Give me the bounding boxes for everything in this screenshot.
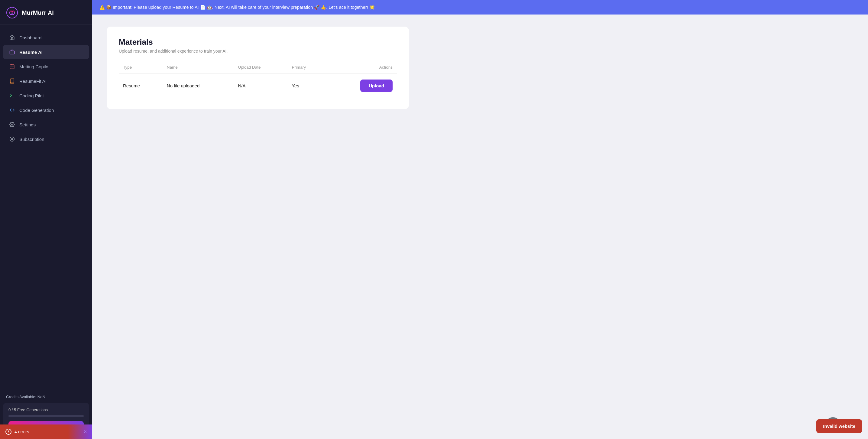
sidebar-nav: Dashboard Resume AI Metting Copilot <box>0 25 92 394</box>
code-icon <box>9 107 15 113</box>
gear-icon <box>9 121 15 127</box>
sidebar-item-label: Coding Pilot <box>19 93 44 98</box>
page-body: Materials Upload resume, and additional … <box>92 14 868 439</box>
terminal-icon <box>9 92 15 98</box>
row-type: Resume <box>119 74 163 98</box>
app-name: MurMurr AI <box>22 9 54 16</box>
table-header-row: Type Name Upload Date Primary Actions <box>119 62 397 74</box>
errors-toast: ! 4 errors × <box>0 425 92 439</box>
row-actions: Upload <box>327 74 397 98</box>
row-upload-date: N/A <box>234 74 287 98</box>
sidebar: MurMurr AI Dashboard Resume AI <box>0 0 92 439</box>
sidebar-item-label: ResumeFit AI <box>19 79 46 84</box>
invalid-website-label: Invalid website <box>823 423 855 429</box>
sidebar-logo: MurMurr AI <box>0 0 92 25</box>
materials-card: Materials Upload resume, and additional … <box>107 27 409 109</box>
col-type: Type <box>119 62 163 74</box>
row-primary: Yes <box>287 74 327 98</box>
col-actions: Actions <box>327 62 397 74</box>
sidebar-item-dashboard[interactable]: Dashboard <box>3 31 89 45</box>
sidebar-item-coding-pilot[interactable]: Coding Pilot <box>3 89 89 103</box>
sidebar-item-resume-ai[interactable]: Resume AI <box>3 45 89 59</box>
credits-available: Credits Available: NaN <box>0 394 92 403</box>
sidebar-item-label: Subscription <box>19 137 44 142</box>
table-row: Resume No file uploaded N/A Yes Upload <box>119 74 397 98</box>
row-name: No file uploaded <box>163 74 234 98</box>
top-banner: ⚠️ 📦 Important: Please upload your Resum… <box>92 0 868 14</box>
sidebar-item-resumefit-ai[interactable]: ResumeFit AI <box>3 74 89 88</box>
sidebar-item-label: Code Generation <box>19 108 54 113</box>
error-icon: ! <box>5 429 11 435</box>
sidebar-item-subscription[interactable]: Subscription <box>3 132 89 146</box>
col-primary: Primary <box>287 62 327 74</box>
upload-button[interactable]: Upload <box>360 80 393 92</box>
sidebar-item-meeting-copilot[interactable]: Metting Copilot <box>3 60 89 74</box>
col-upload-date: Upload Date <box>234 62 287 74</box>
sidebar-item-code-generation[interactable]: Code Generation <box>3 103 89 117</box>
home-icon <box>9 34 15 40</box>
free-generations-label: 0 / 5 Free Generations <box>8 408 84 412</box>
col-name: Name <box>163 62 234 74</box>
svg-point-7 <box>11 124 13 125</box>
errors-count-label: 4 errors <box>14 429 29 434</box>
sidebar-item-label: Settings <box>19 122 36 127</box>
svg-rect-2 <box>10 65 14 69</box>
calendar-icon <box>9 63 15 69</box>
page-subtitle: Upload resume, and additional experience… <box>119 49 397 54</box>
invalid-website-toast: Invalid website <box>816 419 862 433</box>
materials-table: Type Name Upload Date Primary Actions Re… <box>119 62 397 98</box>
book-icon <box>9 78 15 84</box>
banner-text: ⚠️ 📦 Important: Please upload your Resum… <box>99 5 375 10</box>
briefcase-icon <box>9 49 15 55</box>
svg-rect-1 <box>10 51 14 54</box>
sidebar-item-label: Dashboard <box>19 35 41 40</box>
logo-icon <box>6 7 18 19</box>
main-content: ⚠️ 📦 Important: Please upload your Resum… <box>92 0 868 439</box>
sidebar-item-label: Metting Copilot <box>19 64 50 69</box>
free-generations-bar-background <box>8 415 84 417</box>
page-title: Materials <box>119 37 397 47</box>
sidebar-item-settings[interactable]: Settings <box>3 118 89 131</box>
dollar-icon <box>9 136 15 142</box>
sidebar-item-label: Resume AI <box>19 50 42 55</box>
